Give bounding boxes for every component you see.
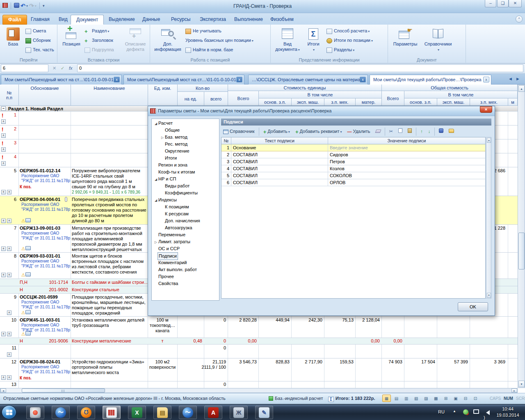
tab-file[interactable]: Файл: [2, 15, 27, 25]
table-row-13[interactable]: 13 0: [0, 381, 518, 388]
expand-row-icon[interactable]: +: [1, 119, 6, 124]
reference-button[interactable]: Справочник: [221, 127, 257, 136]
confirm-entry-icon[interactable]: ✓: [61, 66, 64, 71]
col-header-unit-mat[interactable]: матер.: [356, 98, 382, 106]
extra-info-button[interactable]: Доп.информация: [153, 26, 183, 52]
tree-item-akt[interactable]: Акт выполн. работ: [152, 266, 219, 273]
col-header-total-incl[interactable]: В том числе: [404, 91, 518, 98]
start-button[interactable]: [2, 405, 16, 419]
document-view-button[interactable]: Виддокумента▾: [274, 26, 301, 52]
tab-execution[interactable]: Выполнение: [229, 15, 268, 25]
view-mode-icon-2[interactable]: ▤: [392, 395, 401, 402]
col-header-unit-eksp[interactable]: эксп. маш.: [292, 98, 324, 106]
tab-data[interactable]: Данные: [137, 15, 165, 25]
taskbar-browser[interactable]: 〜: [52, 406, 70, 419]
tree-item-peremennye[interactable]: Переменные: [152, 231, 219, 238]
taskbar-adobe-reader[interactable]: A: [204, 406, 222, 419]
tree-item-obshchie[interactable]: Общие: [152, 127, 219, 134]
signature-value-cell[interactable]: СОКОЛОВ: [328, 172, 485, 179]
signature-row-selected[interactable]: 1 Основание Введите значение: [221, 144, 485, 151]
doc-tab-3[interactable]: …\ОССЦЖ. Отраслевые сметные цены на мате…: [248, 75, 368, 84]
col-header-signature-value[interactable]: Значение подписи: [328, 137, 485, 144]
scroll-up-icon[interactable]: ▲: [487, 138, 491, 143]
tab-physvolume[interactable]: Физобъем: [265, 15, 299, 25]
expand-resources-icon[interactable]: +: [7, 190, 11, 194]
smeta-button[interactable]: Смета: [25, 26, 46, 35]
network-icon[interactable]: [473, 409, 479, 415]
tree-item-avtozagruzka[interactable]: Автозагрузка: [152, 224, 219, 231]
signature-row[interactable]: 4 СОСТАВИЛ Козлов: [221, 165, 485, 172]
signature-text-cell[interactable]: СОСТАВИЛ: [231, 158, 328, 165]
tray-expand-icon[interactable]: ▲: [453, 409, 456, 413]
col-header-qty-total[interactable]: всего: [204, 92, 228, 106]
tech-part-button[interactable]: Тех. часть: [25, 45, 54, 54]
signature-text-cell[interactable]: СОСТАВИЛ: [231, 151, 328, 158]
function-icon[interactable]: fx: [69, 66, 73, 71]
tab-expertise[interactable]: Экспертиза: [194, 15, 231, 25]
tab-main[interactable]: Главная: [25, 15, 55, 25]
taskbar-file-manager[interactable]: ▤: [153, 406, 171, 419]
col-header-total-osn[interactable]: основ. з.п.: [404, 98, 437, 106]
signature-value-cell[interactable]: ОРЛОВ: [328, 179, 485, 186]
tab-resources[interactable]: Ресурсы: [166, 15, 196, 25]
clear-button[interactable]: [374, 127, 383, 136]
formula-input[interactable]: 0: [77, 64, 523, 72]
signature-row[interactable]: 3 СОСТАВИЛ Петров: [221, 158, 485, 165]
tree-item-region[interactable]: Регион и зона: [152, 162, 219, 169]
scroll-down-icon[interactable]: ▼: [518, 381, 525, 387]
signature-text-cell[interactable]: СОСТАВИЛ: [231, 172, 328, 179]
cancel-entry-icon[interactable]: ✕: [52, 66, 56, 71]
taskbar-grand-base[interactable]: Ж: [230, 406, 248, 419]
signature-row[interactable]: 6 СОСТАВИЛ ОРЛОВ: [221, 179, 485, 186]
tab-selection[interactable]: Выделение: [103, 15, 140, 25]
expand-row-icon[interactable]: +: [1, 273, 6, 277]
col-header-unit[interactable]: Ед. изм.: [148, 84, 178, 106]
col-header-justification[interactable]: Обоснование: [19, 84, 71, 106]
col-header-name[interactable]: Наименование: [71, 84, 148, 106]
col-header-qty-per-unit[interactable]: на ед.: [178, 92, 204, 106]
ok-button[interactable]: OK: [458, 302, 488, 311]
signature-row[interactable]: 2 СОСТАВИЛ Сидоров: [221, 151, 485, 158]
add-requisite-button[interactable]: +Добавить реквизит▾: [293, 127, 344, 137]
language-indicator[interactable]: RU: [438, 409, 445, 414]
col-header-total-mat-cut[interactable]: м: [508, 98, 518, 106]
col-header-unit-cost-incl[interactable]: В том числе: [259, 91, 382, 98]
tree-item-indeksy[interactable]: ◢Индексы: [152, 196, 219, 203]
col-header-signature-text[interactable]: Текст подписи: [231, 137, 328, 144]
dialog-scrollbar[interactable]: ▲ ▼: [486, 137, 491, 299]
zagolovok-button[interactable]: +Заголовок: [84, 36, 113, 45]
move-down-button[interactable]: ↓: [426, 127, 433, 136]
tray-clock[interactable]: 10:4419.03.2014: [493, 406, 523, 418]
expand-row-icon[interactable]: +: [1, 375, 6, 380]
tree-item-raschet[interactable]: ◢Расчет: [152, 120, 219, 127]
tab-scroll-right-icon[interactable]: ►: [516, 76, 520, 81]
add-button[interactable]: +Добавить▾: [261, 127, 292, 137]
vertical-scroll-thumb[interactable]: [518, 233, 525, 269]
expand-row-icon[interactable]: +: [1, 190, 6, 194]
tree-expanded-icon[interactable]: ◢: [153, 197, 158, 204]
expand-row-icon[interactable]: +: [1, 133, 6, 138]
table-row-11[interactable]: 11 0 +: [0, 345, 518, 358]
expand-row-icon[interactable]: +: [7, 352, 11, 357]
close-button[interactable]: ✕: [509, 0, 522, 7]
expand-row-icon[interactable]: +: [1, 332, 6, 336]
col-header-n[interactable]: №: [221, 137, 231, 144]
view-mode-icon-3[interactable]: ▥: [402, 395, 411, 402]
cell-reference-box[interactable]: 6: [1, 64, 48, 72]
tree-item-koefficienty[interactable]: Коэффициенты: [152, 189, 219, 196]
cut-button[interactable]: ✂: [387, 127, 395, 136]
view-mode-icon-6[interactable]: ▩: [431, 395, 440, 402]
tree-expanded-icon[interactable]: ◢: [153, 120, 158, 127]
load-list-button[interactable]: [447, 127, 456, 136]
signature-value-cell[interactable]: Сидоров: [328, 151, 485, 158]
dialog-titlebar[interactable]: Параметры сметы - Мои сметы\Для текущей …: [148, 106, 495, 116]
references-button[interactable]: Справочники▾: [422, 26, 454, 52]
signature-text-cell[interactable]: СОСТАВИЛ: [231, 179, 328, 186]
col-header-unit-cost[interactable]: Стоимость единицы: [228, 84, 382, 91]
tray-app-icon[interactable]: [463, 409, 468, 415]
doc-tab-4-active[interactable]: Мои сметы\Для текущей работы\Прове…\Пров…: [370, 75, 491, 84]
status-calc-mode[interactable]: Баз.-индексный расчет: [269, 396, 323, 401]
scroll-up-icon[interactable]: ▲: [518, 85, 525, 92]
view-mode-icon-8[interactable]: ▣: [451, 395, 460, 402]
tree-item-podpisi-selected[interactable]: Подписи: [152, 252, 219, 259]
